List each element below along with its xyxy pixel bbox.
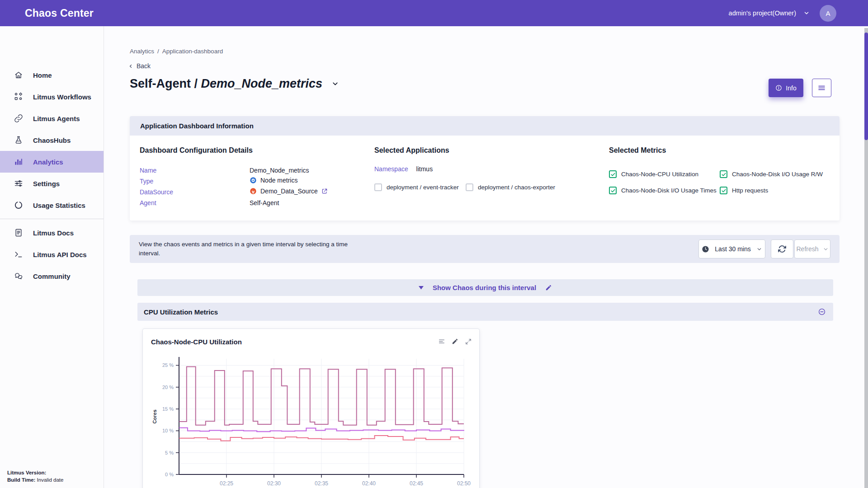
interval-description: View the chaos events and metrics in a g…	[139, 240, 367, 258]
chart-edit-pencil-icon[interactable]	[452, 338, 458, 345]
namespace-value: litmus	[416, 165, 433, 173]
svg-text:02:50: 02:50	[457, 480, 471, 487]
checkbox-checked-icon	[609, 170, 617, 178]
cpu-utilization-section-header: CPU Utilization Metrics	[137, 303, 833, 321]
litmus-version-label: Litmus Version:	[7, 470, 46, 475]
config-name-label: Name	[140, 167, 156, 174]
refresh-now-button[interactable]	[771, 239, 793, 258]
time-range-select[interactable]: Last 30 mins	[698, 239, 765, 258]
title-agent-part: Self-Agent /	[130, 77, 198, 90]
sidebar-item-litmus-api-docs[interactable]: Litmus API Docs	[0, 244, 104, 265]
title-chevron-down-icon[interactable]	[331, 80, 339, 88]
build-time-label: Build Time:	[7, 477, 35, 483]
svg-text:15 %: 15 %	[162, 406, 174, 412]
back-button[interactable]: Back	[128, 62, 151, 70]
sidebar-item-chaoshubs[interactable]: ChaosHubs	[0, 129, 104, 151]
app-checkbox-chaos-exporter[interactable]: deployment / chaos-exporter	[466, 183, 555, 191]
namespace-label: Namespace	[374, 165, 408, 173]
sidebar-item-community[interactable]: Community	[0, 265, 104, 287]
checkbox-checked-icon	[609, 187, 617, 194]
application-dashboard-information-panel: Application Dashboard Information Dashbo…	[130, 116, 840, 221]
app-checkbox-event-tracker[interactable]: deployment / event-tracker	[374, 183, 459, 191]
breadcrumb: Analytics / Application-dashboard	[130, 48, 223, 55]
node-metrics-icon	[250, 177, 257, 184]
svg-text:25 %: 25 %	[162, 362, 174, 368]
dashboard-menu-button[interactable]	[812, 79, 831, 97]
metric-checkbox-disk-io-times[interactable]: Chaos-Node-Disk I/O Usage Times	[609, 187, 717, 194]
chevron-down-icon	[756, 246, 762, 252]
project-label: admin's project(Owner)	[729, 9, 796, 17]
analytics-icon	[14, 157, 23, 166]
checkbox-checked-icon	[720, 170, 727, 178]
breadcrumb-application-dashboard[interactable]: Application-dashboard	[162, 48, 223, 55]
config-agent-label: Agent	[140, 199, 156, 206]
sidebar-item-usage-statistics[interactable]: Usage Statistics	[0, 194, 104, 216]
config-datasource-value: Demo_Data_Source	[250, 188, 328, 195]
metric-checkbox-disk-io-rw[interactable]: Chaos-Node-Disk I/O Usage R/W	[720, 170, 823, 178]
chevron-down-icon	[823, 246, 829, 252]
chart-expand-icon[interactable]	[465, 338, 472, 345]
svg-text:0 %: 0 %	[165, 472, 174, 477]
cpu-utilization-chart-card: Chaos-Node-CPU Utilization 0 %5 %10 %15 …	[142, 328, 480, 488]
clock-icon	[702, 245, 709, 253]
external-link-icon[interactable]	[321, 188, 328, 194]
brand-title: Chaos Center	[25, 7, 94, 19]
svg-text:20 %: 20 %	[162, 385, 174, 390]
title-dashboard-part: Demo_Node_metrics	[201, 77, 323, 90]
sidebar: Home Litmus Workflows Litmus Agents Chao…	[0, 26, 104, 488]
sidebar-item-analytics[interactable]: Analytics	[0, 151, 104, 173]
config-datasource-label: DataSource	[140, 188, 173, 196]
scrollbar-thumb[interactable]	[864, 33, 868, 140]
cpu-utilization-chart[interactable]: 0 %5 %10 %15 %20 %25 %02:2502:3002:3502:…	[152, 352, 473, 488]
checkbox-checked-icon	[720, 187, 727, 194]
config-name-value: Demo_Node_metrics	[250, 167, 309, 174]
breadcrumb-separator: /	[157, 48, 159, 55]
selected-metrics-heading: Selected Metrics	[609, 146, 666, 155]
chart-title: Chaos-Node-CPU Utilization	[151, 338, 242, 346]
sidebar-item-litmus-workflows[interactable]: Litmus Workflows	[0, 86, 104, 108]
main-content: Analytics / Application-dashboard Back S…	[104, 26, 868, 488]
collapse-minus-icon[interactable]	[818, 308, 826, 316]
config-type-value: Node metrics	[250, 177, 297, 184]
project-switcher[interactable]: admin's project(Owner)	[729, 9, 810, 17]
config-type-label: Type	[140, 178, 153, 185]
chevron-left-icon	[128, 64, 133, 69]
edit-pencil-icon[interactable]	[545, 284, 552, 291]
chevron-down-icon	[803, 10, 810, 16]
svg-text:02:40: 02:40	[362, 480, 376, 487]
svg-text:02:25: 02:25	[220, 480, 233, 487]
sidebar-item-litmus-docs[interactable]: Litmus Docs	[0, 222, 104, 244]
info-button[interactable]: Info	[769, 79, 803, 97]
sidebar-item-settings[interactable]: Settings	[0, 173, 104, 194]
community-icon	[14, 272, 23, 281]
app-header: Chaos Center admin's project(Owner) A	[0, 0, 868, 26]
settings-icon	[14, 179, 23, 188]
sidebar-item-home[interactable]: Home	[0, 64, 104, 86]
config-agent-value: Self-Agent	[250, 199, 279, 206]
svg-text:Cores: Cores	[152, 409, 157, 423]
agents-icon	[14, 114, 23, 123]
info-icon	[775, 84, 782, 91]
selected-applications-heading: Selected Applications	[374, 146, 449, 155]
namespace-row: Namespace litmus	[374, 165, 433, 173]
svg-text:02:30: 02:30	[267, 480, 281, 487]
sidebar-item-litmus-agents[interactable]: Litmus Agents	[0, 108, 104, 129]
svg-text:02:45: 02:45	[410, 480, 423, 487]
home-icon	[14, 70, 23, 80]
svg-text:5 %: 5 %	[165, 450, 174, 455]
triangle-down-icon	[419, 286, 424, 290]
avatar[interactable]: A	[820, 5, 836, 22]
breadcrumb-analytics[interactable]: Analytics	[130, 48, 154, 55]
page-title: Self-Agent / Demo_Node_metrics	[130, 77, 322, 91]
workflows-icon	[14, 92, 23, 101]
show-chaos-toggle[interactable]: Show Chaos during this interval	[137, 279, 833, 296]
metric-checkbox-http-requests[interactable]: Http requests	[720, 187, 768, 194]
refresh-interval-select[interactable]: Refresh	[794, 239, 830, 258]
build-time-value: Invalid date	[37, 477, 64, 483]
svg-text:02:35: 02:35	[315, 480, 328, 487]
metric-checkbox-cpu-utilization[interactable]: Chaos-Node-CPU Utilization	[609, 170, 698, 178]
checkbox-unchecked-icon	[374, 183, 382, 191]
chaoshubs-icon	[14, 136, 23, 145]
version-info: Litmus Version: Build Time: Invalid date	[7, 469, 63, 483]
chart-options-icon[interactable]	[438, 338, 445, 345]
